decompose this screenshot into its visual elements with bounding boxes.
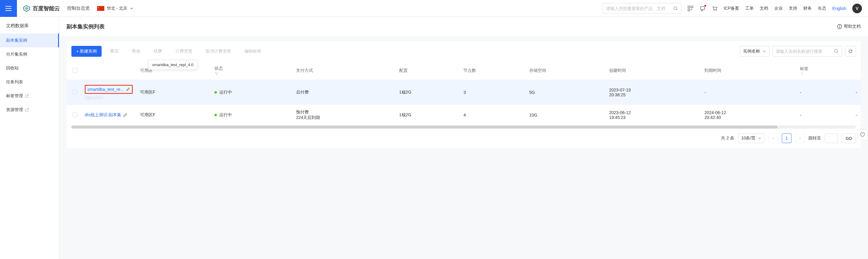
svg-point-16 bbox=[834, 49, 837, 52]
row-checkbox[interactable] bbox=[72, 89, 78, 94]
nav-support[interactable]: 支持 bbox=[789, 6, 797, 11]
brand-logo[interactable]: 百度智能云 bbox=[23, 5, 60, 12]
cell-actions: - bbox=[852, 105, 861, 125]
nav-english[interactable]: English bbox=[832, 6, 846, 11]
go-button[interactable]: GO bbox=[842, 134, 856, 143]
menu-toggle-button[interactable] bbox=[0, 0, 17, 17]
search-box[interactable] bbox=[603, 3, 681, 14]
scrollbar-thumb[interactable] bbox=[71, 125, 778, 128]
table-row: smartdba_test_re...mgo-xxxxx 可用区F 运行中 后付… bbox=[66, 80, 861, 105]
svg-point-12 bbox=[716, 10, 716, 10]
message-icon[interactable] bbox=[700, 5, 706, 11]
renew-button[interactable]: 续费 bbox=[149, 46, 167, 57]
row-checkbox[interactable] bbox=[72, 112, 78, 117]
sidebar-item-label: 回收站 bbox=[6, 66, 19, 71]
filter-type-select[interactable]: 实例名称 bbox=[740, 46, 769, 57]
chevron-down-icon bbox=[130, 7, 133, 10]
col-label: 状态 bbox=[214, 66, 223, 71]
nav-icp[interactable]: ICP备案 bbox=[724, 6, 739, 11]
global-search bbox=[603, 3, 681, 14]
nav-docs[interactable]: 文档 bbox=[760, 6, 768, 11]
heart-icon bbox=[860, 132, 865, 138]
svg-rect-6 bbox=[688, 6, 690, 8]
prev-page-button[interactable] bbox=[769, 134, 778, 143]
instance-name-link[interactable]: dts线上测试-副本集 bbox=[85, 112, 133, 118]
filter-input-wrap bbox=[772, 46, 842, 57]
page-number-button[interactable]: 1 bbox=[782, 134, 792, 143]
col-status[interactable]: 状态 bbox=[211, 62, 292, 80]
jump-page-input[interactable] bbox=[825, 134, 838, 143]
create-instance-button[interactable]: +新建实例 bbox=[71, 46, 102, 57]
refresh-icon bbox=[848, 49, 853, 54]
sidebar: 文档数据库 副本集实例 分片集实例 回收站 任务列表 标签管理 资源管理 bbox=[0, 17, 59, 259]
sidebar-item-shard[interactable]: 分片集实例 bbox=[0, 47, 59, 61]
refresh-button[interactable] bbox=[845, 46, 856, 57]
cell-nodes: 3 bbox=[460, 80, 526, 105]
search-icon[interactable] bbox=[834, 49, 839, 54]
sidebar-item-resources[interactable]: 资源管理 bbox=[0, 103, 59, 117]
nav-ticket[interactable]: 工单 bbox=[745, 6, 754, 11]
cart-icon[interactable] bbox=[712, 5, 718, 11]
header-nav-links: ICP备案 工单 文档 企业 支持 财务 生态 English bbox=[724, 6, 846, 11]
qrcode-icon[interactable] bbox=[687, 5, 693, 11]
region-selector[interactable]: 华北 - 北京 bbox=[97, 6, 133, 11]
restart-button[interactable]: 重启 bbox=[105, 46, 123, 57]
release-button[interactable]: 释放 bbox=[127, 46, 145, 57]
action-toolbar: +新建实例 重启 释放 续费 计费变更 取消计费变更 编辑标签 实例名称 bbox=[66, 41, 861, 62]
cell-storage: 10G bbox=[526, 105, 606, 125]
nav-enterprise[interactable]: 企业 bbox=[774, 6, 783, 11]
user-avatar[interactable]: V bbox=[852, 4, 862, 13]
horizontal-scrollbar[interactable] bbox=[71, 125, 856, 128]
per-page-select[interactable]: 10条/页 bbox=[738, 134, 765, 143]
page-title: 副本集实例列表 bbox=[66, 23, 105, 30]
plus-icon: + bbox=[76, 49, 79, 54]
sort-icon[interactable] bbox=[800, 72, 849, 75]
instance-name-link[interactable]: smartdba_test_re... bbox=[85, 85, 133, 94]
notification-dot bbox=[704, 5, 706, 7]
sidebar-item-recycle[interactable]: 回收站 bbox=[0, 61, 59, 75]
cell-zone: 可用区F bbox=[136, 105, 211, 125]
table-row: dts线上测试-副本集 可用区F 运行中 预付费224天后到期 1核2G 4 1… bbox=[66, 105, 861, 125]
svg-rect-10 bbox=[701, 7, 705, 10]
cancel-billing-button[interactable]: 取消计费变更 bbox=[201, 46, 236, 57]
col-payment[interactable]: 支付方式 bbox=[292, 62, 396, 80]
feedback-float-button[interactable] bbox=[857, 130, 868, 140]
nav-finance[interactable]: 财务 bbox=[803, 6, 812, 11]
sidebar-item-label: 分片集实例 bbox=[6, 51, 27, 57]
instance-table: 可用区 状态 支付方式 配置 节点数 存储空间 创建时间 到期时间 标签 bbox=[66, 62, 861, 125]
sidebar-item-tags[interactable]: 标签管理 bbox=[0, 89, 59, 103]
pagination: 共 2 条 10条/页 1 跳转至 GO bbox=[66, 128, 861, 148]
svg-marker-1 bbox=[25, 7, 28, 10]
col-storage[interactable]: 存储空间 bbox=[526, 62, 606, 80]
edit-icon[interactable] bbox=[126, 87, 130, 91]
search-icon[interactable] bbox=[673, 6, 678, 11]
console-title[interactable]: 控制台总览 bbox=[67, 5, 90, 11]
svg-point-11 bbox=[713, 10, 714, 10]
search-input[interactable] bbox=[606, 6, 673, 11]
nav-ecosystem[interactable]: 生态 bbox=[818, 6, 826, 11]
cell-status: 运行中 bbox=[211, 105, 292, 125]
filter-input[interactable] bbox=[776, 49, 834, 54]
change-billing-button[interactable]: 计费变更 bbox=[170, 46, 197, 57]
region-label: 华北 - 北京 bbox=[107, 6, 127, 11]
status-dot-icon bbox=[214, 114, 217, 116]
status-dot-icon bbox=[214, 91, 217, 94]
col-config[interactable]: 配置 bbox=[396, 62, 460, 80]
sidebar-item-replica[interactable]: 副本集实例 bbox=[0, 34, 59, 47]
sidebar-item-tasks[interactable]: 任务列表 bbox=[0, 75, 59, 89]
help-docs-link[interactable]: 帮助文档 bbox=[837, 24, 861, 29]
col-tags[interactable]: 标签 bbox=[796, 62, 852, 80]
col-nodes[interactable]: 节点数 bbox=[460, 62, 526, 80]
filter-icon[interactable] bbox=[214, 71, 289, 75]
cell-config: 1核2G bbox=[396, 105, 460, 125]
select-all-checkbox[interactable] bbox=[72, 68, 78, 73]
svg-line-5 bbox=[677, 9, 678, 10]
next-page-button[interactable] bbox=[795, 134, 805, 143]
main-layout: 文档数据库 副本集实例 分片集实例 回收站 任务列表 标签管理 资源管理 副本集… bbox=[0, 17, 868, 259]
edit-tags-button[interactable]: 编辑标签 bbox=[240, 46, 266, 57]
edit-icon[interactable] bbox=[123, 113, 127, 117]
select-value: 实例名称 bbox=[743, 48, 760, 54]
col-expires[interactable]: 到期时间 bbox=[701, 62, 796, 80]
cell-created: 2023-07-1920:38:25 bbox=[606, 80, 701, 105]
col-created[interactable]: 创建时间 bbox=[606, 62, 701, 80]
